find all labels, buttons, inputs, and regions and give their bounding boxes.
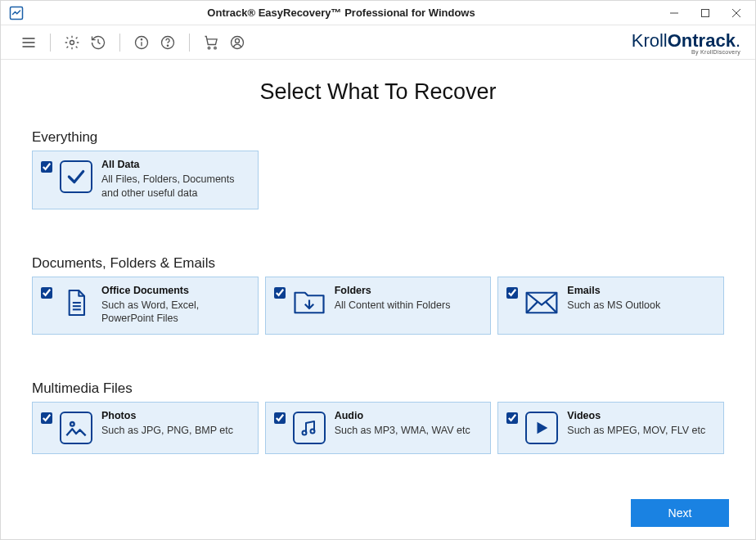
checkbox-all-data[interactable] bbox=[41, 161, 52, 173]
svg-point-27 bbox=[310, 430, 314, 434]
card-title: Audio bbox=[335, 409, 470, 423]
user-icon[interactable] bbox=[227, 33, 247, 52]
brand-ontrack: Ontrack bbox=[668, 30, 736, 51]
play-icon bbox=[524, 411, 559, 445]
brand-kroll: Kroll bbox=[632, 30, 668, 51]
card-title: All Data bbox=[101, 158, 250, 172]
card-emails[interactable]: Emails Such as MS Outlook bbox=[497, 277, 724, 335]
brand-logo: KrollOntrack. By KrollDiscovery bbox=[632, 30, 740, 55]
music-note-icon bbox=[292, 411, 326, 445]
separator bbox=[50, 34, 51, 52]
window-controls bbox=[659, 1, 752, 25]
checkmark-icon bbox=[59, 160, 93, 194]
svg-point-13 bbox=[167, 45, 168, 46]
svg-marker-28 bbox=[538, 422, 548, 434]
svg-point-25 bbox=[70, 422, 74, 426]
page-title: Select What To Recover bbox=[32, 79, 724, 105]
svg-line-23 bbox=[527, 302, 538, 313]
info-icon[interactable] bbox=[132, 33, 151, 52]
checkbox-photos[interactable] bbox=[41, 412, 52, 424]
separator bbox=[189, 34, 190, 52]
photo-icon bbox=[59, 411, 93, 445]
card-title: Photos bbox=[101, 409, 233, 423]
card-title: Office Documents bbox=[101, 284, 250, 298]
gear-icon[interactable] bbox=[62, 33, 82, 52]
checkbox-videos[interactable] bbox=[506, 412, 518, 424]
toolbar: KrollOntrack. By KrollDiscovery bbox=[1, 25, 755, 60]
help-icon[interactable] bbox=[158, 33, 178, 52]
content-area: Select What To Recover Everything All Da… bbox=[1, 60, 755, 487]
card-videos[interactable]: Videos Such as MPEG, MOV, FLV etc bbox=[497, 402, 724, 454]
card-desc: Such as JPG, PNG, BMP etc bbox=[101, 424, 233, 438]
card-title: Emails bbox=[567, 284, 660, 298]
minimize-button[interactable] bbox=[659, 1, 690, 25]
card-audio[interactable]: Audio Such as MP3, WMA, WAV etc bbox=[265, 402, 492, 454]
envelope-icon bbox=[524, 286, 559, 320]
card-title: Folders bbox=[335, 284, 451, 298]
app-icon bbox=[9, 6, 24, 20]
card-desc: Such as MS Outlook bbox=[567, 299, 660, 313]
checkbox-folders[interactable] bbox=[274, 287, 286, 299]
window-title: Ontrack® EasyRecovery™ Professional for … bbox=[24, 7, 659, 19]
svg-point-15 bbox=[214, 47, 217, 48]
document-icon bbox=[59, 286, 93, 320]
section-label-docs: Documents, Folders & Emails bbox=[32, 255, 724, 272]
card-title: Videos bbox=[567, 409, 705, 423]
checkbox-office-documents[interactable] bbox=[41, 287, 52, 299]
card-desc: Such as Word, Excel, PowerPoint Files bbox=[101, 299, 250, 326]
checkbox-audio[interactable] bbox=[274, 412, 286, 424]
next-button[interactable]: Next bbox=[631, 499, 729, 527]
card-photos[interactable]: Photos Such as JPG, PNG, BMP etc bbox=[32, 402, 259, 454]
card-desc: All Files, Folders, Documents and other … bbox=[101, 173, 250, 200]
card-desc: Such as MPEG, MOV, FLV etc bbox=[567, 424, 705, 438]
section-label-media: Multimedia Files bbox=[32, 380, 724, 397]
cart-icon[interactable] bbox=[201, 33, 221, 52]
card-folders[interactable]: Folders All Content within Folders bbox=[265, 277, 492, 335]
svg-point-8 bbox=[70, 40, 74, 44]
card-office-documents[interactable]: Office Documents Such as Word, Excel, Po… bbox=[32, 277, 259, 335]
card-desc: All Content within Folders bbox=[335, 299, 451, 313]
separator bbox=[119, 34, 120, 52]
svg-point-26 bbox=[302, 431, 306, 435]
maximize-button[interactable] bbox=[690, 1, 721, 25]
svg-point-14 bbox=[208, 47, 210, 48]
card-all-data[interactable]: All Data All Files, Folders, Documents a… bbox=[32, 151, 259, 209]
svg-line-24 bbox=[547, 302, 557, 313]
title-bar: Ontrack® EasyRecovery™ Professional for … bbox=[1, 1, 755, 25]
svg-point-11 bbox=[141, 38, 142, 39]
folder-download-icon bbox=[292, 286, 326, 320]
checkbox-emails[interactable] bbox=[506, 287, 518, 299]
app-window: Ontrack® EasyRecovery™ Professional for … bbox=[0, 0, 756, 540]
history-icon[interactable] bbox=[88, 33, 108, 52]
svg-rect-2 bbox=[702, 9, 709, 16]
svg-point-17 bbox=[236, 38, 240, 43]
section-label-everything: Everything bbox=[32, 129, 724, 146]
footer: Next bbox=[1, 487, 755, 539]
card-desc: Such as MP3, WMA, WAV etc bbox=[335, 424, 470, 438]
close-button[interactable] bbox=[721, 1, 752, 25]
menu-icon[interactable] bbox=[19, 33, 38, 52]
